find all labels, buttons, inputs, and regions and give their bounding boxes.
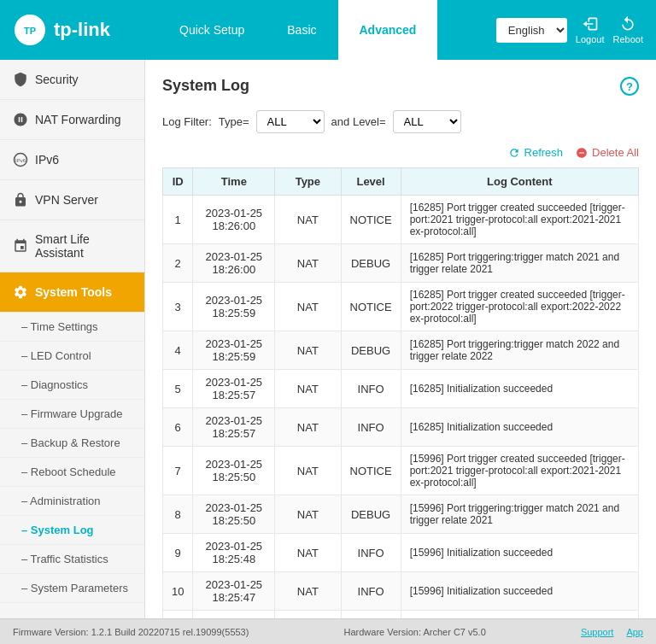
sidebar-item-vpn[interactable]: VPN Server	[0, 180, 144, 220]
sidebar-sub-time[interactable]: – Time Settings	[0, 313, 144, 342]
cell-time: 2023-01-25 18:25:59	[193, 331, 275, 370]
nav-tabs: Quick Setup Basic Advanced	[158, 0, 496, 60]
page-title: System Log	[162, 77, 639, 95]
reboot-label: Reboot	[613, 34, 643, 44]
table-row: 2 2023-01-25 18:26:00 NAT DEBUG [16285] …	[163, 244, 639, 283]
cell-level: DEBUG	[341, 331, 401, 370]
tab-basic[interactable]: Basic	[266, 0, 337, 60]
reboot-button[interactable]: Reboot	[613, 15, 643, 44]
header: TP tp-link Quick Setup Basic Advanced En…	[0, 0, 656, 60]
cell-level: DEBUG	[341, 495, 401, 534]
cell-id: 7	[163, 447, 193, 495]
col-level: Level	[341, 168, 401, 196]
cell-time: 2023-01-25 18:25:50	[193, 447, 275, 495]
cell-id: 9	[163, 534, 193, 572]
cell-type: NAT	[275, 196, 341, 244]
cell-type: NAT	[275, 283, 341, 331]
cell-content: [15996] Port trigger created succeeded […	[401, 447, 638, 495]
table-row: 8 2023-01-25 18:25:50 NAT DEBUG [15996] …	[163, 495, 639, 534]
filter-type-select[interactable]: ALL	[256, 110, 325, 133]
cell-time: 2023-01-25 18:25:57	[193, 408, 275, 447]
table-row: 7 2023-01-25 18:25:50 NAT NOTICE [15996]…	[163, 447, 639, 495]
delete-all-button[interactable]: Delete All	[576, 146, 639, 159]
sidebar-item-smart-label: Smart Life Assistant	[35, 232, 132, 260]
cell-time: 2023-01-25 18:25:57	[193, 370, 275, 408]
cell-time: 2023-01-23 17:38:06	[193, 611, 275, 619]
cell-type: NAT	[275, 408, 341, 447]
sidebar-sub-reboot[interactable]: – Reboot Schedule	[0, 458, 144, 487]
sidebar-sub-traffic[interactable]: – Traffic Statistics	[0, 545, 144, 574]
cell-level: NOTICE	[341, 447, 401, 495]
sidebar-sub-admin[interactable]: – Administration	[0, 487, 144, 516]
cell-level: DEBUG	[341, 244, 401, 283]
cell-id: 10	[163, 572, 193, 611]
logout-label: Logout	[576, 34, 605, 44]
cell-content: [16285] Port triggering:trigger match 20…	[401, 331, 638, 370]
cell-content: [16285] Port triggering:trigger match 20…	[401, 244, 638, 283]
table-row: 11 2023-01-23 17:38:06 USB INFO [6558] […	[163, 611, 639, 619]
cell-type: NAT	[275, 572, 341, 611]
cell-content: [15996] Port triggering:trigger match 20…	[401, 495, 638, 534]
cell-content: [15996] Initialization succeeded	[401, 534, 638, 572]
table-row: 3 2023-01-25 18:25:59 NAT NOTICE [16285]…	[163, 283, 639, 331]
support-link[interactable]: Support	[581, 627, 614, 637]
tab-advanced[interactable]: Advanced	[338, 0, 438, 60]
logout-button[interactable]: Logout	[576, 15, 605, 44]
firmware-version: Firmware Version: 1.2.1 Build 20220715 r…	[13, 627, 249, 637]
filter-type-label: Type=	[219, 115, 249, 128]
refresh-button[interactable]: Refresh	[508, 146, 564, 159]
cell-id: 6	[163, 408, 193, 447]
sidebar-item-security-label: Security	[35, 73, 79, 86]
cell-id: 11	[163, 611, 193, 619]
sidebar-item-ipv6[interactable]: IPv6 IPv6	[0, 140, 144, 180]
footer-right: Support App	[581, 627, 643, 637]
tp-link-logo-icon: TP	[13, 13, 47, 47]
sidebar-item-tools-label: System Tools	[35, 285, 112, 299]
sidebar-item-security[interactable]: Security	[0, 60, 144, 100]
sidebar-item-ipv6-label: IPv6	[35, 153, 59, 167]
sidebar-item-nat[interactable]: NAT Forwarding	[0, 100, 144, 140]
cell-level: INFO	[341, 572, 401, 611]
filter-level-select[interactable]: ALL	[393, 110, 461, 133]
delete-all-label: Delete All	[592, 146, 639, 159]
cell-time: 2023-01-25 18:25:48	[193, 534, 275, 572]
sidebar-sub-diagnostics[interactable]: – Diagnostics	[0, 371, 144, 400]
cell-level: NOTICE	[341, 196, 401, 244]
sidebar-sub-system-log[interactable]: – System Log	[0, 516, 144, 545]
cell-type: USB	[275, 611, 341, 619]
cell-type: NAT	[275, 244, 341, 283]
cell-time: 2023-01-25 18:25:59	[193, 283, 275, 331]
cell-content: [6558] [USB 1] New USB device #1 founded…	[401, 611, 638, 619]
cell-time: 2023-01-25 18:26:00	[193, 244, 275, 283]
cell-type: NAT	[275, 370, 341, 408]
sidebar-sub-firmware[interactable]: – Firmware Upgrade	[0, 400, 144, 429]
cell-content: [16285] Port trigger created succeeded […	[401, 283, 638, 331]
sidebar-sub-backup[interactable]: – Backup & Restore	[0, 429, 144, 458]
filter-level-label: and Level=	[331, 115, 386, 128]
actions-row: Refresh Delete All	[162, 146, 639, 159]
cell-level: INFO	[341, 611, 401, 619]
main-content: ? System Log Log Filter: Type= ALL and L…	[145, 60, 656, 618]
cell-time: 2023-01-25 18:25:50	[193, 495, 275, 534]
footer: Firmware Version: 1.2.1 Build 20220715 r…	[0, 618, 656, 644]
sidebar-item-vpn-label: VPN Server	[35, 193, 98, 207]
col-time: Time	[193, 168, 275, 196]
cell-id: 4	[163, 331, 193, 370]
table-row: 6 2023-01-25 18:25:57 NAT INFO [16285] I…	[163, 408, 639, 447]
help-icon[interactable]: ?	[620, 77, 639, 96]
delete-icon	[576, 147, 588, 159]
sidebar-item-system-tools[interactable]: System Tools	[0, 272, 144, 313]
main-layout: Security NAT Forwarding IPv6 IPv6 VPN Se…	[0, 60, 656, 618]
hardware-version: Hardware Version: Archer C7 v5.0	[343, 627, 485, 637]
cell-type: NAT	[275, 331, 341, 370]
app-link[interactable]: App	[626, 627, 643, 637]
language-select[interactable]: English	[496, 18, 567, 43]
sidebar-item-smart-life[interactable]: Smart Life Assistant	[0, 220, 144, 272]
sidebar-sub-params[interactable]: – System Parameters	[0, 574, 144, 603]
cell-id: 1	[163, 196, 193, 244]
sidebar-sub-led[interactable]: – LED Control	[0, 342, 144, 371]
tab-quick-setup[interactable]: Quick Setup	[158, 0, 266, 60]
cell-content: [16285] Initialization succeeded	[401, 408, 638, 447]
svg-text:IPv6: IPv6	[15, 158, 26, 163]
cell-id: 8	[163, 495, 193, 534]
